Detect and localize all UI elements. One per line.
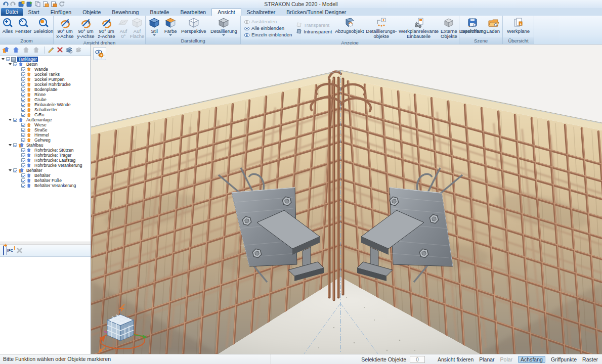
checkbox[interactable]: [21, 163, 25, 167]
tab-bauteile[interactable]: Bauteile: [144, 9, 175, 16]
abzugsobjekt-button[interactable]: Abzugsobjekt: [334, 17, 365, 39]
werkplaene-button[interactable]: 1 Werkpläne: [506, 17, 531, 37]
tab-bearbeiten[interactable]: Bearbeiten: [175, 9, 211, 16]
detaillierung-button[interactable]: Detaillierung: [209, 17, 238, 37]
tree-item-sockel-pumpen[interactable]: Sockel Pumpen: [0, 77, 91, 82]
tree-item-grube[interactable]: Grube: [0, 97, 91, 102]
externe-objekte-button[interactable]: ExterneObjekte: [440, 17, 458, 39]
checkbox[interactable]: [13, 118, 17, 122]
checkbox[interactable]: [21, 138, 25, 142]
tree-item-wiese[interactable]: Wiese: [0, 122, 91, 127]
add-reference-icon[interactable]: [3, 246, 4, 255]
szene-speichern-button[interactable]: Speichern: [461, 17, 485, 37]
einzeln-einblenden-button[interactable]: Einzeln einblenden: [244, 32, 292, 38]
expander-icon[interactable]: [9, 119, 13, 121]
tab-schalbretter[interactable]: Schalbretter: [241, 9, 281, 16]
checkbox[interactable]: [21, 153, 25, 157]
intransparent-button[interactable]: Intransparent: [296, 28, 332, 34]
save-as-icon[interactable]: [26, 1, 33, 7]
tree-item-gehweg[interactable]: Gehweg: [0, 138, 91, 143]
checkbox[interactable]: [21, 108, 25, 112]
tree-item-rohrbruecke-laufsteg[interactable]: Rohrbrücke: Laufsteg: [0, 158, 91, 163]
tree-item-himmel[interactable]: Himmel: [0, 132, 91, 138]
tab-objekte[interactable]: Objekte: [77, 9, 106, 16]
tree-item-strasse[interactable]: Straße: [0, 127, 91, 132]
edit-pencil-icon[interactable]: [48, 47, 55, 54]
zoom-selektion-button[interactable]: Selektion: [32, 17, 54, 37]
tree-item-bodenplatte[interactable]: Bodenplatte: [0, 87, 91, 92]
tree-item-behaelter-verankerung[interactable]: Behälter Verankerung: [0, 183, 91, 188]
checkbox[interactable]: [21, 113, 25, 117]
expander-icon[interactable]: [9, 63, 13, 65]
werkplanrelevante-button[interactable]: WerkplanrelevanteEinbauteile: [398, 17, 440, 39]
detaillierungsobjekte-button[interactable]: Detaillierungs-objekte: [365, 17, 398, 39]
checkbox[interactable]: [21, 93, 25, 97]
tab-ansicht[interactable]: Ansicht: [211, 8, 241, 16]
rotate-x-button[interactable]: x 90° umx-Achse: [55, 17, 75, 39]
project-structure-icon[interactable]: [2, 47, 9, 53]
tab-bruecken-tunnel[interactable]: Brücken/Tunnel Designer: [281, 9, 352, 16]
export-icon[interactable]: [51, 1, 57, 7]
save-icon[interactable]: [18, 1, 25, 7]
tree-item-behaelter-fuesse[interactable]: Behälter Füße: [0, 178, 91, 183]
refresh-icon[interactable]: [59, 1, 65, 7]
copy-icon[interactable]: [34, 1, 41, 7]
expander-icon[interactable]: [9, 144, 13, 146]
checkbox[interactable]: [21, 178, 25, 183]
tab-einfuegen[interactable]: Einfügen: [45, 9, 77, 16]
checkbox[interactable]: [21, 82, 25, 86]
tree-item-sockel-tanks[interactable]: Sockel Tanks: [0, 72, 91, 77]
undo-icon[interactable]: [2, 1, 9, 7]
add-ifc-icon[interactable]: IFC: [7, 249, 13, 252]
rotate-z-button[interactable]: z 90° umz-Achse: [96, 17, 117, 39]
checkbox[interactable]: [21, 103, 25, 107]
tree-item-rohrbruecke-traeger[interactable]: Rohrbrücke: Träger: [0, 153, 91, 158]
layers-eye-icon[interactable]: [65, 47, 73, 54]
stil-button[interactable]: Stil: [148, 17, 161, 37]
checkbox[interactable]: [13, 143, 17, 147]
tree-item-sockel-rohrbruecke[interactable]: Sockel Rohrbrücke: [0, 82, 91, 87]
viewport-3d[interactable]: [91, 44, 602, 354]
planar-toggle[interactable]: Planar: [479, 356, 494, 362]
tree-item-aussenanlage[interactable]: Außenanlage: [0, 117, 91, 122]
checkbox[interactable]: [21, 87, 25, 92]
checkbox[interactable]: [21, 72, 25, 76]
tab-bewehrung[interactable]: Bewehrung: [106, 9, 144, 16]
checkbox[interactable]: [21, 133, 25, 137]
reference-list-panel[interactable]: [0, 257, 91, 354]
expander-icon[interactable]: [9, 169, 13, 171]
raster-toggle[interactable]: Raster: [582, 356, 598, 362]
zoom-alles-button[interactable]: Alles: [1, 17, 14, 37]
checkbox[interactable]: [21, 98, 25, 102]
checkbox[interactable]: [21, 67, 25, 71]
rotate-y-button[interactable]: y 90° umy-Achse: [75, 17, 96, 39]
delete-x-icon[interactable]: [57, 47, 63, 53]
tree-item-schalbretter[interactable]: Schalbretter: [0, 107, 91, 112]
zoom-fenster-button[interactable]: Fenster: [14, 17, 32, 37]
checkbox[interactable]: [13, 62, 17, 66]
alle-einblenden-button[interactable]: Alle einblenden: [244, 25, 292, 31]
checkbox[interactable]: [21, 173, 25, 177]
tree-item-stahlbau[interactable]: Stahlbau: [0, 143, 91, 148]
achsfang-toggle[interactable]: Achsfang: [518, 356, 545, 363]
checkbox[interactable]: [21, 123, 25, 127]
tree-item-beton[interactable]: Beton: [0, 62, 91, 67]
farbe-button[interactable]: Farbe: [163, 17, 178, 37]
checkbox[interactable]: [21, 148, 25, 152]
checkbox[interactable]: [21, 158, 25, 162]
tree-item-behaelter-group[interactable]: Behälter: [0, 168, 91, 173]
perspektive-button[interactable]: Perspektive: [180, 17, 207, 37]
redo-icon[interactable]: [10, 1, 17, 7]
checkbox[interactable]: [21, 128, 25, 132]
tree-item-rinne[interactable]: Rinne: [0, 92, 91, 97]
viewport-display-button[interactable]: [93, 47, 106, 60]
tree-item-rohrbruecke-verankerung[interactable]: Rohrbrücke Verankerung: [0, 163, 91, 168]
house-up-icon[interactable]: [13, 47, 19, 53]
tab-datei[interactable]: Datei: [1, 8, 23, 16]
szene-laden-button[interactable]: Laden: [486, 17, 501, 37]
checkbox[interactable]: [21, 77, 25, 81]
tree-item-waende[interactable]: Wände: [0, 67, 91, 72]
expander-icon[interactable]: [2, 58, 6, 60]
tree-item-behaelter[interactable]: Behälter: [0, 173, 91, 178]
tree-item-einbauteile-waende[interactable]: Einbauteile Wände: [0, 102, 91, 107]
